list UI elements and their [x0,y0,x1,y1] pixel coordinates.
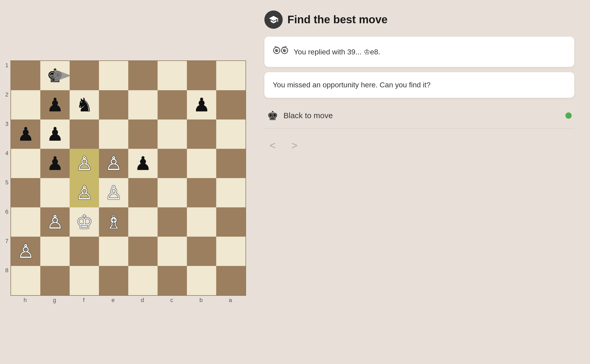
black-pawn-g7: ♟ [47,95,64,114]
square-d2[interactable] [128,237,158,266]
reply-box: You replied with 39... ♔e8. [264,37,574,67]
square-f3[interactable]: ♔ [70,207,99,237]
square-g4[interactable] [40,178,70,207]
puzzle-icon [264,10,283,29]
square-d3[interactable] [128,207,158,237]
active-indicator [565,112,572,119]
square-a6[interactable] [216,120,246,149]
square-e7[interactable] [99,90,128,120]
owl-icon [273,44,288,60]
next-button[interactable]: > [289,139,300,152]
square-h7[interactable] [11,90,40,120]
square-b8[interactable] [187,61,216,90]
square-a2[interactable] [216,237,246,266]
white-pawn-e4: ♙ [105,183,122,202]
square-h2[interactable]: ♙ [11,237,40,266]
white-pawn-g3: ♙ [47,213,64,231]
square-a3[interactable] [216,207,246,237]
square-b7[interactable]: ♟ [187,90,216,120]
square-e5[interactable]: ♙ [99,149,128,178]
square-a8[interactable] [216,61,246,90]
board-wrapper: 1 2 3 4 5 6 7 8 ♚ ♟♞♟♟♟♟♙♙♟♙♙♙♔♗♙ h g [10,60,246,304]
square-b1[interactable] [187,266,216,295]
square-c3[interactable] [158,207,187,237]
square-e3[interactable]: ♗ [99,207,128,237]
square-c7[interactable] [158,90,187,120]
chess-board[interactable]: ♚ ♟♞♟♟♟♟♙♙♟♙♙♙♔♗♙ [10,60,246,296]
square-c2[interactable] [158,237,187,266]
square-e6[interactable] [99,120,128,149]
black-knight-f7: ♞ [76,95,93,114]
square-c5[interactable] [158,149,187,178]
white-pawn-f5: ♙ [76,154,93,173]
square-e8[interactable] [99,61,128,90]
rank-labels: 1 2 3 4 5 6 7 8 [3,60,10,295]
reply-text: You replied with 39... ♔e8. [294,48,380,56]
square-h1[interactable] [11,266,40,295]
square-h6[interactable]: ♟ [11,120,40,149]
black-pawn-b7: ♟ [193,95,210,114]
square-b6[interactable] [187,120,216,149]
white-pawn-e5: ♙ [105,154,122,173]
square-f1[interactable] [70,266,99,295]
square-f4[interactable]: ♙ [70,178,99,207]
white-king-f3: ♔ [76,213,93,231]
square-e2[interactable] [99,237,128,266]
square-c4[interactable] [158,178,187,207]
square-c6[interactable] [158,120,187,149]
square-h4[interactable] [11,178,40,207]
square-b5[interactable] [187,149,216,178]
square-g6[interactable]: ♟ [40,120,70,149]
black-king-icon: ♚ [267,108,278,123]
square-g2[interactable] [40,237,70,266]
square-b3[interactable] [187,207,216,237]
white-pawn-h2: ♙ [17,242,34,261]
square-f6[interactable] [70,120,99,149]
black-king-g8: ♚ [47,66,64,85]
square-b2[interactable] [187,237,216,266]
square-f2[interactable] [70,237,99,266]
square-e1[interactable] [99,266,128,295]
square-c8[interactable] [158,61,187,90]
square-g5[interactable]: ♟ [40,149,70,178]
file-labels: h g f e d c b a [10,297,246,304]
square-g1[interactable] [40,266,70,295]
square-a1[interactable] [216,266,246,295]
square-h8[interactable] [11,61,40,90]
svg-point-5 [283,49,286,52]
right-panel: Find the best move You replied with 39..… [251,0,590,364]
navigation-buttons: < > [264,134,574,157]
white-bishop-e3: ♗ [105,213,122,231]
square-d5[interactable]: ♟ [128,149,158,178]
square-f7[interactable]: ♞ [70,90,99,120]
square-a4[interactable] [216,178,246,207]
square-g8[interactable]: ♚ [40,61,70,90]
board-container: 1 2 3 4 5 6 7 8 ♚ ♟♞♟♟♟♟♙♙♟♙♙♙♔♗♙ h g [0,0,251,364]
side-to-move: ♚ Black to move [264,103,574,128]
black-pawn-d5: ♟ [135,154,152,173]
black-to-move-label: Black to move [283,111,560,120]
square-e4[interactable]: ♙ [99,178,128,207]
square-f8[interactable] [70,61,99,90]
black-pawn-g5: ♟ [47,154,64,173]
square-f5[interactable]: ♙ [70,149,99,178]
square-d6[interactable] [128,120,158,149]
white-pawn-f4: ♙ [76,183,93,202]
square-a5[interactable] [216,149,246,178]
puzzle-title: Find the best move [287,13,388,26]
feedback-box: You missed an opportunity here. Can you … [264,72,574,98]
svg-point-4 [275,49,278,52]
square-a7[interactable] [216,90,246,120]
prev-button[interactable]: < [267,139,278,152]
square-c1[interactable] [158,266,187,295]
black-pawn-g6: ♟ [47,125,64,144]
square-g7[interactable]: ♟ [40,90,70,120]
square-h3[interactable] [11,207,40,237]
square-d4[interactable] [128,178,158,207]
square-b4[interactable] [187,178,216,207]
square-h5[interactable] [11,149,40,178]
square-g3[interactable]: ♙ [40,207,70,237]
square-d8[interactable] [128,61,158,90]
square-d7[interactable] [128,90,158,120]
square-d1[interactable] [128,266,158,295]
